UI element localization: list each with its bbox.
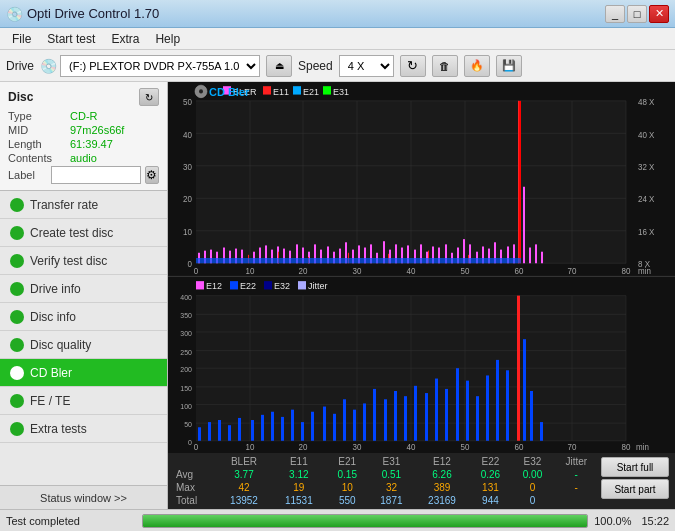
svg-rect-163 bbox=[311, 412, 314, 441]
eject-button[interactable]: ⏏ bbox=[266, 55, 292, 77]
svg-text:40: 40 bbox=[407, 267, 416, 276]
fe-te-icon bbox=[10, 394, 24, 408]
row-max-label: Max bbox=[172, 481, 217, 494]
svg-text:20: 20 bbox=[299, 443, 308, 452]
svg-text:40 X: 40 X bbox=[638, 130, 655, 139]
nav-label-create-test-disc: Create test disc bbox=[30, 226, 113, 240]
progress-bar-container bbox=[142, 514, 588, 528]
sidebar: Disc ↻ Type CD-R MID 97m26s66f Length 61… bbox=[0, 82, 168, 509]
nav-item-disc-info[interactable]: Disc info bbox=[0, 303, 167, 331]
svg-text:0: 0 bbox=[194, 443, 199, 452]
drive-select[interactable]: (F:) PLEXTOR DVDR PX-755A 1.08 bbox=[60, 55, 260, 77]
speed-select[interactable]: 4 X 1 X 2 X 8 X Max bbox=[339, 55, 394, 77]
svg-rect-160 bbox=[281, 417, 284, 441]
svg-text:150: 150 bbox=[180, 385, 192, 393]
nav-item-verify-test-disc[interactable]: Verify test disc bbox=[0, 247, 167, 275]
svg-text:30: 30 bbox=[183, 163, 192, 172]
start-part-button[interactable]: Start part bbox=[601, 479, 669, 499]
svg-text:80: 80 bbox=[622, 443, 631, 452]
svg-text:250: 250 bbox=[180, 348, 192, 356]
max-e12: 389 bbox=[415, 481, 470, 494]
disc-panel: Disc ↻ Type CD-R MID 97m26s66f Length 61… bbox=[0, 82, 167, 191]
drive-bar: Drive 💿 (F:) PLEXTOR DVDR PX-755A 1.08 ⏏… bbox=[0, 50, 675, 82]
svg-text:0: 0 bbox=[188, 260, 193, 269]
svg-text:CD Bler: CD Bler bbox=[209, 85, 250, 97]
nav-item-transfer-rate[interactable]: Transfer rate bbox=[0, 191, 167, 219]
svg-rect-109 bbox=[323, 86, 331, 94]
col-header-e31: E31 bbox=[368, 455, 414, 468]
label-label: Label bbox=[8, 169, 51, 181]
nav-item-extra-tests[interactable]: Extra tests bbox=[0, 415, 167, 443]
svg-point-112 bbox=[199, 89, 203, 93]
contents-value: audio bbox=[70, 152, 159, 164]
svg-text:32 X: 32 X bbox=[638, 163, 655, 172]
app-title: Opti Drive Control 1.70 bbox=[27, 6, 159, 21]
disc-info-icon bbox=[10, 310, 24, 324]
svg-rect-177 bbox=[456, 368, 459, 441]
max-e22: 131 bbox=[469, 481, 511, 494]
menu-help[interactable]: Help bbox=[147, 30, 188, 48]
menu-bar: File Start test Extra Help bbox=[0, 28, 675, 50]
svg-rect-90 bbox=[523, 187, 525, 263]
save-button[interactable]: 💾 bbox=[496, 55, 522, 77]
nav-item-fe-te[interactable]: FE / TE bbox=[0, 387, 167, 415]
close-button[interactable]: ✕ bbox=[649, 5, 669, 23]
length-label: Length bbox=[8, 138, 70, 150]
svg-rect-184 bbox=[523, 339, 526, 441]
start-full-button[interactable]: Start full bbox=[601, 457, 669, 477]
svg-rect-170 bbox=[384, 399, 387, 440]
erase-button[interactable]: 🗑 bbox=[432, 55, 458, 77]
label-settings-button[interactable]: ⚙ bbox=[145, 166, 159, 184]
svg-rect-153 bbox=[208, 422, 211, 441]
label-input[interactable] bbox=[51, 166, 141, 184]
svg-rect-171 bbox=[394, 391, 397, 441]
time-label: 15:22 bbox=[641, 515, 669, 527]
burn-button[interactable]: 🔥 bbox=[464, 55, 490, 77]
col-header-e11: E11 bbox=[271, 455, 326, 468]
total-e22: 944 bbox=[469, 494, 511, 507]
max-e32: 0 bbox=[511, 481, 553, 494]
svg-rect-182 bbox=[506, 370, 509, 440]
col-header-e12: E12 bbox=[415, 455, 470, 468]
contents-label: Contents bbox=[8, 152, 70, 164]
app-icon: 💿 bbox=[6, 6, 23, 22]
status-window-button[interactable]: Status window >> bbox=[0, 485, 167, 509]
chart-bler-svg: 50 40 30 20 10 0 0 10 20 30 40 50 60 70 … bbox=[168, 82, 675, 276]
svg-text:8 X: 8 X bbox=[638, 260, 651, 269]
nav-item-cd-bler[interactable]: CD Bler bbox=[0, 359, 167, 387]
svg-rect-189 bbox=[230, 281, 238, 289]
menu-file[interactable]: File bbox=[4, 30, 39, 48]
svg-text:24 X: 24 X bbox=[638, 195, 655, 204]
minimize-button[interactable]: _ bbox=[605, 5, 625, 23]
speed-label: Speed bbox=[298, 59, 333, 73]
type-label: Type bbox=[8, 110, 70, 122]
avg-e32: 0.00 bbox=[511, 468, 553, 481]
maximize-button[interactable]: □ bbox=[627, 5, 647, 23]
svg-rect-157 bbox=[251, 420, 254, 441]
svg-rect-93 bbox=[541, 252, 543, 264]
avg-e21: 0.15 bbox=[326, 468, 368, 481]
svg-text:200: 200 bbox=[180, 366, 192, 374]
svg-rect-179 bbox=[476, 396, 479, 441]
progress-label: 100.0% bbox=[594, 515, 631, 527]
menu-start-test[interactable]: Start test bbox=[39, 30, 103, 48]
transfer-rate-icon bbox=[10, 198, 24, 212]
svg-text:Jitter: Jitter bbox=[308, 281, 327, 291]
nav-label-transfer-rate: Transfer rate bbox=[30, 198, 98, 212]
max-e11: 19 bbox=[271, 481, 326, 494]
nav-item-create-test-disc[interactable]: Create test disc bbox=[0, 219, 167, 247]
max-e21: 10 bbox=[326, 481, 368, 494]
length-value: 61:39.47 bbox=[70, 138, 159, 150]
svg-text:70: 70 bbox=[568, 267, 577, 276]
nav-label-verify-test-disc: Verify test disc bbox=[30, 254, 107, 268]
nav-item-drive-info[interactable]: Drive info bbox=[0, 275, 167, 303]
svg-text:50: 50 bbox=[461, 267, 470, 276]
svg-text:min: min bbox=[636, 443, 649, 452]
menu-extra[interactable]: Extra bbox=[103, 30, 147, 48]
svg-rect-101 bbox=[518, 101, 519, 263]
svg-text:80: 80 bbox=[622, 267, 631, 276]
svg-text:16 X: 16 X bbox=[638, 228, 655, 237]
disc-refresh-button[interactable]: ↻ bbox=[139, 88, 159, 106]
refresh-button[interactable]: ↻ bbox=[400, 55, 426, 77]
nav-item-disc-quality[interactable]: Disc quality bbox=[0, 331, 167, 359]
